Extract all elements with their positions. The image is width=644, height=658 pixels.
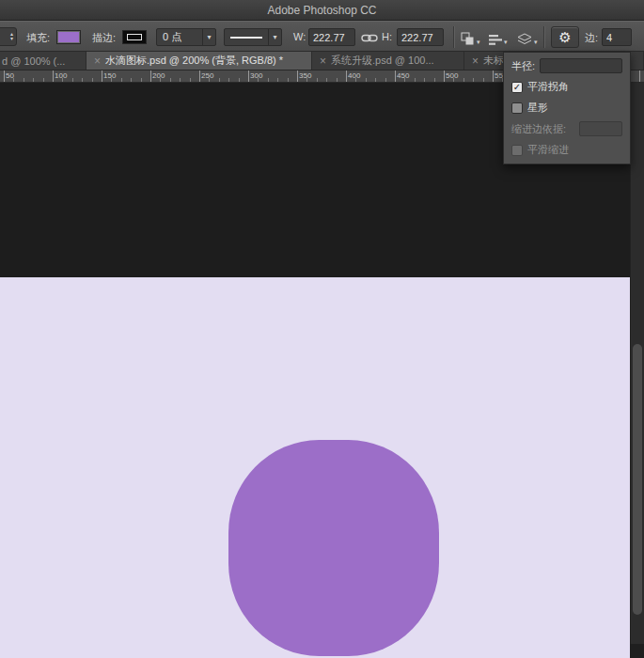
options-bar: ▴ ▾ 填充: 描边: 0 点 ▾ ▾ W: H: (0, 21, 644, 52)
shape-settings-gear-button[interactable]: ⚙ (551, 26, 579, 48)
tab-label: 水滴图标.psd @ 200% (背景, RGB/8) * (105, 54, 283, 68)
scrollbar-corner (630, 644, 644, 658)
width-label: W: (293, 31, 306, 42)
stroke-label: 描边: (92, 31, 116, 45)
separator (543, 26, 544, 48)
tab-label: 系统升级.psd @ 100... (331, 54, 434, 68)
stroke-width-combo[interactable]: 0 点 ▾ (156, 28, 216, 46)
dropdown-arrow-icon: ▾ (477, 39, 480, 46)
path-operations-icon (461, 32, 475, 46)
dropdown-arrow-icon: ▾ (202, 29, 215, 45)
ruler-tick: 200 (152, 71, 165, 80)
radius-label: 半径: (511, 59, 535, 73)
star-label: 星形 (527, 101, 548, 115)
smooth-indent-checkbox (511, 145, 523, 156)
scrollbar-thumb[interactable] (633, 344, 642, 615)
rounded-square-shape[interactable] (228, 440, 439, 656)
check-icon: ✓ (513, 82, 521, 92)
tool-mode-combo-partial[interactable]: ▴ ▾ (0, 27, 17, 46)
ruler-tick: 450 (397, 71, 409, 80)
shape-options-popup: 半径: ✓ 平滑拐角 星形 缩进边依据: 平滑缩进 (503, 52, 631, 164)
separator (453, 26, 454, 48)
dropdown-arrow-icon: ▾ (268, 29, 281, 45)
path-operations-button[interactable]: ▾ (461, 29, 480, 46)
arrange-button[interactable]: ▾ (517, 29, 538, 46)
down-arrow-icon: ▾ (10, 37, 13, 41)
smooth-corners-label: 平滑拐角 (527, 80, 569, 94)
close-icon[interactable]: × (94, 55, 101, 67)
ruler-tick: 250 (201, 71, 213, 80)
star-checkbox[interactable] (511, 102, 523, 114)
photoshop-window: Adobe Photoshop CC ▴ ▾ 填充: 描边: 0 点 ▾ ▾ W… (0, 0, 644, 658)
width-input[interactable] (308, 28, 355, 46)
ruler-tick: 100 (55, 71, 67, 80)
ruler-tick: 350 (299, 71, 311, 80)
link-dimensions-icon[interactable] (361, 33, 378, 45)
radius-input[interactable] (540, 58, 622, 73)
vertical-scrollbar[interactable] (630, 83, 644, 644)
stepper-arrows-icon: ▴ ▾ (10, 32, 13, 41)
sides-label: 边: (585, 31, 598, 45)
indent-sides-label: 缩进边依据: (511, 122, 566, 136)
dropdown-arrow-icon: ▾ (534, 39, 538, 46)
stroke-style-preview (230, 37, 262, 39)
indent-sides-input (579, 121, 622, 136)
smooth-corners-checkbox[interactable]: ✓ (511, 82, 523, 93)
title-bar: Adobe Photoshop CC (0, 0, 644, 21)
canvas[interactable] (0, 277, 630, 658)
align-icon (489, 34, 502, 46)
height-label: H: (382, 31, 392, 42)
arrange-icon (517, 33, 532, 46)
tab-label: d @ 100% (... (2, 55, 65, 67)
sides-input[interactable] (602, 28, 632, 46)
fill-swatch[interactable] (56, 30, 81, 44)
fill-label: 填充: (26, 31, 50, 45)
ruler-tick: 300 (250, 71, 262, 80)
ruler-tick: 150 (103, 71, 116, 80)
gear-icon: ⚙ (558, 29, 571, 46)
tab-document-3[interactable]: × 系统升级.psd @ 100... (312, 52, 464, 70)
stroke-swatch[interactable] (122, 30, 147, 44)
close-icon[interactable]: × (320, 55, 326, 67)
smooth-indent-label: 平滑缩进 (527, 143, 569, 157)
window-title: Adobe Photoshop CC (267, 4, 376, 17)
ruler-tick: 50 (6, 71, 14, 80)
stroke-width-value: 0 点 (157, 30, 202, 44)
close-icon[interactable]: × (472, 55, 479, 67)
stroke-style-combo[interactable]: ▾ (224, 28, 282, 46)
tab-document-1[interactable]: d @ 100% (... (0, 52, 86, 70)
align-edges-button[interactable]: ▾ (489, 29, 508, 46)
dropdown-arrow-icon: ▾ (504, 39, 508, 46)
ruler-tick: 500 (446, 71, 458, 80)
tab-document-2-active[interactable]: × 水滴图标.psd @ 200% (背景, RGB/8) * (86, 52, 312, 70)
height-input[interactable] (397, 28, 444, 46)
ruler-tick: 400 (348, 71, 360, 80)
